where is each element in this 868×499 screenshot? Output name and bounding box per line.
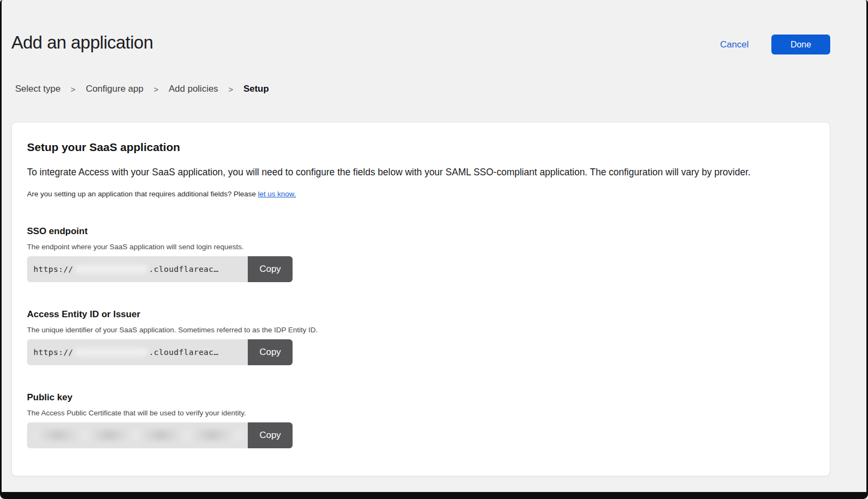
value-suffix: .cloudflareac… bbox=[149, 348, 219, 357]
field-description: The Access Public Certificate that will … bbox=[27, 409, 815, 417]
field-description: The unique identifier of your SaaS appli… bbox=[27, 326, 815, 334]
card-heading: Setup your SaaS application bbox=[27, 141, 815, 154]
redacted-value-blur bbox=[74, 348, 148, 357]
value-prefix: https:// bbox=[33, 265, 73, 274]
field-access-entity-id: Access Entity ID or Issuer The unique id… bbox=[27, 309, 815, 365]
breadcrumb-step-add-policies[interactable]: Add policies bbox=[168, 84, 218, 94]
field-description: The endpoint where your SaaS application… bbox=[27, 243, 815, 251]
setup-card: Setup your SaaS application To integrate… bbox=[11, 122, 830, 476]
breadcrumb-step-configure-app[interactable]: Configure app bbox=[86, 84, 144, 94]
cancel-button[interactable]: Cancel bbox=[720, 39, 749, 50]
header-actions: Cancel Done bbox=[720, 32, 830, 54]
add-application-page: Add an application Cancel Done Select ty… bbox=[0, 0, 868, 476]
entity-id-value-row: https:// .cloudflareac… Copy bbox=[27, 339, 293, 365]
card-note-text: Are you setting up an application that r… bbox=[27, 190, 258, 198]
field-label: Public key bbox=[27, 392, 815, 403]
copy-entity-id-button[interactable]: Copy bbox=[248, 339, 293, 365]
field-sso-endpoint: SSO endpoint The endpoint where your Saa… bbox=[27, 226, 815, 282]
card-intro-text: To integrate Access with your SaaS appli… bbox=[27, 167, 815, 179]
let-us-know-link[interactable]: let us know. bbox=[258, 190, 296, 198]
public-key-value-row: Copy bbox=[27, 422, 293, 448]
done-button[interactable]: Done bbox=[771, 35, 830, 54]
page-header: Add an application Cancel Done bbox=[11, 0, 830, 54]
public-key-value bbox=[27, 422, 248, 448]
redacted-value-blur bbox=[33, 430, 245, 440]
field-label: Access Entity ID or Issuer bbox=[27, 309, 815, 320]
value-suffix: .cloudflareac… bbox=[149, 265, 219, 274]
breadcrumb-separator: > bbox=[71, 85, 76, 94]
value-prefix: https:// bbox=[33, 348, 73, 357]
field-label: SSO endpoint bbox=[27, 226, 815, 237]
sso-endpoint-value: https:// .cloudflareac… bbox=[27, 256, 248, 282]
copy-sso-endpoint-button[interactable]: Copy bbox=[248, 256, 293, 282]
field-public-key: Public key The Access Public Certificate… bbox=[27, 392, 815, 448]
card-note: Are you setting up an application that r… bbox=[27, 190, 815, 198]
breadcrumb-separator: > bbox=[228, 85, 233, 94]
breadcrumb: Select type > Configure app > Add polici… bbox=[15, 84, 830, 94]
breadcrumb-step-setup-active: Setup bbox=[243, 84, 269, 94]
sso-endpoint-value-row: https:// .cloudflareac… Copy bbox=[27, 256, 293, 282]
breadcrumb-separator: > bbox=[154, 85, 159, 94]
page-title: Add an application bbox=[11, 32, 153, 53]
entity-id-value: https:// .cloudflareac… bbox=[27, 339, 248, 365]
redacted-value-blur bbox=[74, 265, 148, 274]
breadcrumb-step-select-type[interactable]: Select type bbox=[15, 84, 60, 94]
copy-public-key-button[interactable]: Copy bbox=[248, 422, 293, 448]
